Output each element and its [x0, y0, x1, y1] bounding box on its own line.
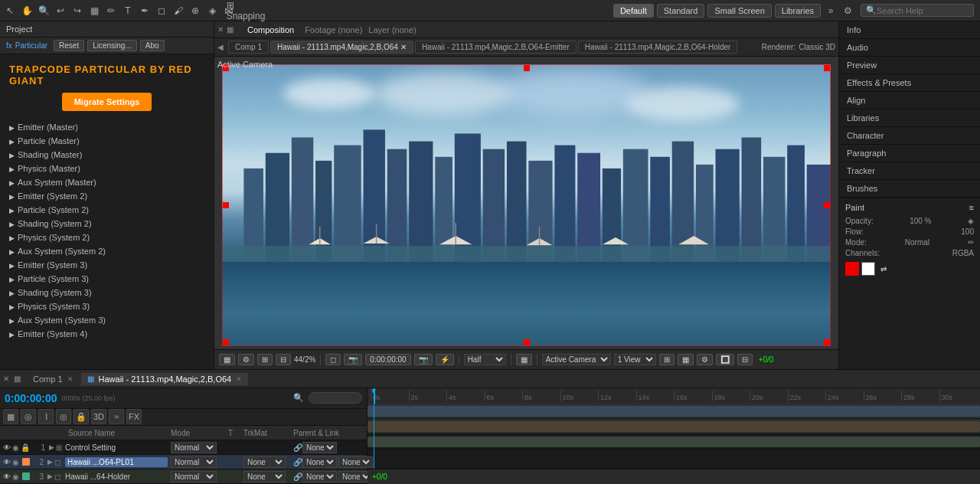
- migrate-settings-btn[interactable]: Migrate Settings: [62, 93, 152, 111]
- layer-1-name[interactable]: Control Setting: [65, 443, 168, 452]
- tl-search-input[interactable]: [309, 392, 362, 404]
- tl-fx-btn[interactable]: FX: [126, 409, 142, 424]
- tl-motion-blur-btn[interactable]: ◎: [21, 409, 36, 424]
- layer-3-label-icon[interactable]: [22, 473, 30, 480]
- redo-icon[interactable]: ↪: [70, 4, 84, 18]
- timecode-display[interactable]: 0:00:00:00: [365, 354, 410, 365]
- pen-tool-icon[interactable]: ✒: [138, 4, 152, 18]
- handle-middle-right[interactable]: [824, 202, 830, 208]
- tl-timecode[interactable]: 0:00:00:00: [5, 392, 57, 404]
- viewer-camera-btn[interactable]: 📷: [344, 354, 362, 365]
- background-color-swatch[interactable]: [861, 262, 875, 276]
- effect-item-aux-s2[interactable]: ▶Aux System (System 2): [0, 244, 214, 258]
- more-workspaces-icon[interactable]: »: [824, 4, 838, 18]
- fast-preview-btn[interactable]: ▦: [516, 354, 532, 365]
- hand-tool-icon[interactable]: ✋: [20, 4, 34, 18]
- layer-2-trkmat-select[interactable]: None: [243, 456, 286, 468]
- paint-icon[interactable]: 🖌: [172, 4, 185, 18]
- handle-bottom-left[interactable]: [223, 339, 229, 345]
- layer-1-parent-select[interactable]: None: [302, 442, 337, 453]
- settings-icon[interactable]: ⚙: [841, 4, 854, 18]
- viewer-live-update-btn[interactable]: ⚡: [436, 354, 454, 365]
- brush-icon[interactable]: ✏: [104, 4, 118, 18]
- undo-icon[interactable]: ↩: [54, 4, 67, 18]
- layer-3-name[interactable]: Hawaii ...64-Holder: [65, 473, 168, 481]
- effect-item-emitter-master[interactable]: ▶Emitter (Master): [0, 120, 214, 134]
- foreground-color-swatch[interactable]: [845, 262, 859, 276]
- effect-item-aux-s3[interactable]: ▶Aux System (System 3): [0, 313, 214, 327]
- layer-2-label-icon[interactable]: [22, 458, 30, 466]
- effect-item-aux-master[interactable]: ▶Aux System (Master): [0, 175, 214, 189]
- viewer-safe-margins-btn[interactable]: ⊞: [257, 354, 273, 365]
- tl-lock-btn[interactable]: 🔒: [74, 409, 89, 424]
- rp-audio[interactable]: Audio: [839, 39, 980, 57]
- resolution-select[interactable]: HalfFullQuarter: [464, 354, 506, 365]
- render-icon[interactable]: ▦: [87, 4, 101, 18]
- reset-btn[interactable]: Reset: [54, 40, 84, 51]
- rp-effects-presets[interactable]: Effects & Presets: [839, 74, 980, 92]
- rp-preview[interactable]: Preview: [839, 57, 980, 74]
- effect-item-shading-s2[interactable]: ▶Shading (System 2): [0, 217, 214, 231]
- view-count-select[interactable]: 1 View: [614, 354, 656, 365]
- layer-2-eye-icon[interactable]: 👁: [3, 458, 11, 466]
- effect-item-shading-s3[interactable]: ▶Shading (System 3): [0, 286, 214, 299]
- channels-value[interactable]: RGBA: [952, 249, 974, 257]
- viewer-3d-btn[interactable]: 🔳: [716, 354, 734, 365]
- layer-1-expand-icon[interactable]: ▶: [49, 443, 54, 451]
- viewer-snapshot-btn[interactable]: 📷: [414, 354, 433, 365]
- tl-track-1[interactable]: [368, 404, 980, 419]
- layer-3-mode-select[interactable]: Normal: [171, 471, 217, 482]
- mode-value[interactable]: Normal: [905, 238, 929, 247]
- roto-icon[interactable]: ◈: [205, 4, 219, 18]
- handle-bottom-middle[interactable]: [524, 339, 530, 345]
- timeline-hawaii-close[interactable]: ✕: [236, 375, 242, 383]
- tl-solo-btn[interactable]: ◎: [56, 409, 71, 424]
- rp-align[interactable]: Align: [839, 92, 980, 110]
- comp-tab-emitter[interactable]: Hawaii - 21113.mp4,Magic,2,B,O64-Emitter: [415, 41, 577, 54]
- text-tool-icon[interactable]: T: [121, 4, 135, 18]
- layer-1-lock-icon[interactable]: 🔒: [21, 443, 30, 452]
- viewer-grid-btn2[interactable]: ▦: [678, 354, 694, 365]
- close-panel-btn[interactable]: ✕: [217, 25, 224, 34]
- shape-tool-icon[interactable]: ◻: [155, 4, 168, 18]
- rp-brushes[interactable]: Brushes: [839, 180, 980, 198]
- tab-composition[interactable]: Composition: [240, 25, 302, 35]
- camera-view-select[interactable]: Active Camera: [542, 354, 611, 365]
- effect-item-emitter-s2[interactable]: ▶Emitter (System 2): [0, 189, 214, 203]
- handle-top-right[interactable]: [824, 65, 830, 71]
- rp-tracker[interactable]: Tracker: [839, 162, 980, 180]
- search-input[interactable]: [877, 6, 969, 15]
- comp-tab-hawaii-close[interactable]: ✕: [400, 43, 407, 51]
- comp-tab-hawaii[interactable]: Hawaii - 21113.mp4,Magic,2,B,O64 ✕: [270, 41, 413, 54]
- effect-item-physics-master[interactable]: ▶Physics (Master): [0, 162, 214, 175]
- layer-2-mode-select[interactable]: Normal: [171, 456, 217, 468]
- layer-3-parent-select[interactable]: None: [302, 471, 337, 482]
- effect-item-shading-master[interactable]: ▶Shading (Master): [0, 148, 214, 162]
- licensing-btn[interactable]: Licensing...: [87, 40, 137, 51]
- timeline-hawaii-tab[interactable]: ▦ Hawaii - 21113.mp4,Magic,2,B,O64 ✕: [81, 373, 249, 385]
- effect-item-particle-master[interactable]: ▶Particle (Master): [0, 134, 214, 148]
- close-timeline-btn[interactable]: ✕: [3, 374, 9, 383]
- search-box[interactable]: 🔍: [861, 4, 974, 17]
- layer-1-eye-icon[interactable]: 👁: [3, 443, 11, 452]
- comp-tab-1[interactable]: Comp 1: [228, 41, 269, 54]
- layer-3-expand-icon[interactable]: ▶: [47, 473, 53, 480]
- tl-graph-editor-btn[interactable]: ⌇: [38, 409, 54, 424]
- snapping-icon[interactable]: ⊞ Snapping: [239, 4, 253, 18]
- workspace-default-btn[interactable]: Default: [613, 4, 654, 18]
- handle-bottom-right[interactable]: [824, 339, 830, 345]
- effect-item-particle-s3[interactable]: ▶Particle (System 3): [0, 272, 214, 286]
- handle-middle-left[interactable]: [223, 202, 229, 208]
- panel-menu-icon[interactable]: ▦: [227, 25, 234, 34]
- viewer-layers-btn[interactable]: ⊟: [737, 354, 753, 365]
- arrow-tool-icon[interactable]: ↖: [3, 4, 17, 18]
- effect-item-emitter-s4[interactable]: ▶Emitter (System 4): [0, 327, 214, 341]
- clone-stamp-icon[interactable]: ⊕: [188, 4, 202, 18]
- layer-3-eye-icon[interactable]: 👁: [3, 473, 11, 481]
- flow-value[interactable]: 100: [961, 227, 974, 236]
- layer-2-solo-icon[interactable]: ◉: [12, 458, 19, 466]
- tl-track-3[interactable]: [368, 434, 980, 450]
- rp-info[interactable]: Info: [839, 21, 980, 39]
- zoom-tool-icon[interactable]: 🔍: [37, 4, 51, 18]
- tl-timebar[interactable]: 0s 2s 4s 6s 8s 10s 12s 14s 16s 18s 20s 2…: [368, 388, 980, 404]
